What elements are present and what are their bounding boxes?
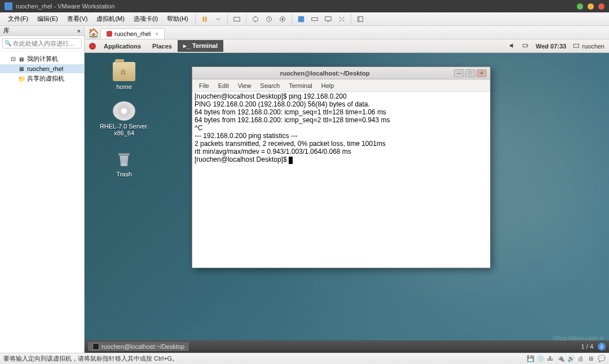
fullscreen-button[interactable] <box>296 14 306 24</box>
library-button[interactable] <box>355 14 365 24</box>
revert-button[interactable] <box>264 14 274 24</box>
device-sound-icon[interactable]: 🔊 <box>567 355 575 363</box>
terminal-minimize-button[interactable]: — <box>454 69 464 77</box>
gnome-active-app[interactable]: ▸_Terminal <box>178 40 223 52</box>
term-menu-terminal[interactable]: Terminal <box>284 82 317 89</box>
search-icon: 🔍 <box>5 40 11 46</box>
svg-rect-12 <box>523 44 528 47</box>
taskbar-label: ruochen@localhost:~/Desktop <box>102 343 184 350</box>
term-menu-help[interactable]: Help <box>317 82 339 89</box>
window-close-dot[interactable] <box>598 3 604 10</box>
menu-edit[interactable]: 编辑(E) <box>33 15 63 23</box>
expander-icon[interactable]: ⊟ <box>10 55 16 63</box>
activities-icon[interactable] <box>89 43 96 50</box>
shared-icon: 📁 <box>18 76 25 82</box>
vm-tab-icon <box>107 31 112 37</box>
sidebar-close-icon[interactable]: × <box>77 28 81 34</box>
snapshot-button[interactable] <box>250 14 261 24</box>
svg-rect-14 <box>574 44 579 47</box>
tree-label: 我的计算机 <box>27 55 58 63</box>
gnome-clock[interactable]: Wed 07:33 <box>536 43 566 50</box>
term-menu-search[interactable]: Search <box>255 82 284 89</box>
tree-label: 共享的虚拟机 <box>27 74 64 83</box>
vm-tabs: 🏠 ruochen_rhel × <box>85 26 609 39</box>
term-menu-edit[interactable]: Edit <box>214 82 233 89</box>
tree-item-my-computer[interactable]: ⊟ 🖥 我的计算机 <box>0 54 84 64</box>
home-tab-icon[interactable]: 🏠 <box>88 28 97 37</box>
svg-rect-0 <box>202 16 204 21</box>
tab-close-icon[interactable]: × <box>155 31 158 37</box>
term-menu-file[interactable]: File <box>195 82 214 89</box>
vm-icon: 🖥 <box>18 65 25 72</box>
sidebar-header: 库 × <box>0 26 84 36</box>
battery-icon[interactable] <box>522 42 529 50</box>
tree-item-shared-vms[interactable]: 📁 共享的虚拟机 <box>0 73 84 84</box>
menu-view[interactable]: 查看(V) <box>63 15 92 23</box>
menu-help[interactable]: 帮助(H) <box>162 15 192 23</box>
terminal-body[interactable]: [ruochen@localhost Desktop]$ ping 192.16… <box>192 92 490 268</box>
device-cd-icon[interactable]: 💿 <box>537 355 545 363</box>
vmware-title: ruochen_rhel - VMware Workstation <box>16 3 114 10</box>
window-minimize-dot[interactable] <box>577 3 583 10</box>
device-printer-icon[interactable]: 🖨 <box>577 355 585 363</box>
unity-button[interactable] <box>310 14 320 24</box>
folder-icon <box>113 62 135 81</box>
vmware-menubar: 文件(F) 编辑(E) 查看(V) 虚拟机(M) 选项卡(I) 帮助(H) <box>0 12 609 26</box>
tree-item-ruochen-rhel[interactable]: 🖥 ruochen_rhel <box>0 64 84 73</box>
volume-icon[interactable] <box>509 42 515 50</box>
svg-rect-15 <box>118 153 130 156</box>
device-hdd-icon[interactable]: 💾 <box>527 355 535 363</box>
svg-point-6 <box>281 18 284 20</box>
taskbar-item-terminal[interactable]: ruochen@localhost:~/Desktop <box>88 342 189 351</box>
terminal-maximize-button[interactable]: □ <box>465 69 475 77</box>
stretch-button[interactable] <box>337 14 347 24</box>
term-menu-view[interactable]: View <box>233 82 256 89</box>
console-button[interactable] <box>323 14 333 24</box>
library-sidebar: 库 × 🔍 ⊟ 🖥 我的计算机 🖥 ruochen_rhel 📁 共享的虚拟机 <box>0 26 85 353</box>
menu-tabs[interactable]: 选项卡(I) <box>129 15 162 23</box>
desktop-icon-home[interactable]: home <box>102 62 147 90</box>
library-tree: ⊟ 🖥 我的计算机 🖥 ruochen_rhel 📁 共享的虚拟机 <box>0 51 84 86</box>
gnome-taskbar: ruochen@localhost:~/Desktop 1 / 4 2 <box>85 340 609 353</box>
terminal-window[interactable]: ruochen@localhost:~/Desktop — □ × File E… <box>192 66 491 268</box>
icon-label: Trash <box>102 171 147 177</box>
gnome-applications-menu[interactable]: Applications <box>98 43 147 50</box>
gnome-topbar: Applications Places ▸_Terminal Wed 07:33… <box>85 39 609 53</box>
desktop-icon-trash[interactable]: Trash <box>102 149 147 177</box>
vm-tab-label: ruochen_rhel <box>114 30 151 37</box>
snapshot-manager-button[interactable] <box>277 14 288 24</box>
vm-tab-ruochen-rhel[interactable]: ruochen_rhel × <box>100 28 165 39</box>
disc-icon <box>113 101 135 121</box>
desktop-icon-rhel-disc[interactable]: RHEL-7.0 Server. x86_64 <box>96 101 152 136</box>
dropdown-button[interactable] <box>213 14 223 24</box>
sidebar-search-input[interactable] <box>2 38 82 48</box>
menu-file[interactable]: 文件(F) <box>3 15 33 23</box>
terminal-close-button[interactable]: × <box>476 69 487 77</box>
terminal-taskbar-icon <box>92 343 99 350</box>
message-log-icon[interactable]: 💬 <box>598 355 606 363</box>
vmware-titlebar: ruochen_rhel - VMware Workstation <box>0 0 609 12</box>
tree-label: ruochen_rhel <box>27 65 63 72</box>
terminal-title: ruochen@localhost:~/Desktop <box>196 70 454 77</box>
vm-area: 🏠 ruochen_rhel × Applications Places ▸_T… <box>85 26 609 353</box>
send-cad-button[interactable] <box>232 14 242 24</box>
guest-desktop[interactable]: Applications Places ▸_Terminal Wed 07:33… <box>85 39 609 353</box>
icon-label: home <box>102 83 147 90</box>
workspace-indicator[interactable]: 1 / 4 <box>581 343 593 350</box>
gnome-places-menu[interactable]: Places <box>147 43 178 50</box>
computer-icon: 🖥 <box>18 56 25 63</box>
device-display-icon[interactable]: 🖥 <box>588 355 595 363</box>
workspace-badge[interactable]: 2 <box>598 343 606 350</box>
terminal-titlebar[interactable]: ruochen@localhost:~/Desktop — □ × <box>192 67 490 79</box>
vmware-statusbar: 要将输入定向到该虚拟机，请将鼠标指针移入其中或按 Ctrl+G。 💾 💿 🖧 🔌… <box>0 353 609 364</box>
pause-button[interactable] <box>200 14 210 24</box>
device-net-icon[interactable]: 🖧 <box>547 355 555 363</box>
user-menu[interactable]: ruochen <box>573 43 604 50</box>
device-usb-icon[interactable]: 🔌 <box>557 355 565 363</box>
svg-rect-2 <box>233 17 240 21</box>
menu-vm[interactable]: 虚拟机(M) <box>92 15 129 23</box>
window-maximize-dot[interactable] <box>588 3 594 10</box>
terminal-menubar: File Edit View Search Terminal Help <box>192 79 490 92</box>
statusbar-message: 要将输入定向到该虚拟机，请将鼠标指针移入其中或按 Ctrl+G。 <box>3 354 178 363</box>
vmware-app-icon <box>5 2 12 10</box>
